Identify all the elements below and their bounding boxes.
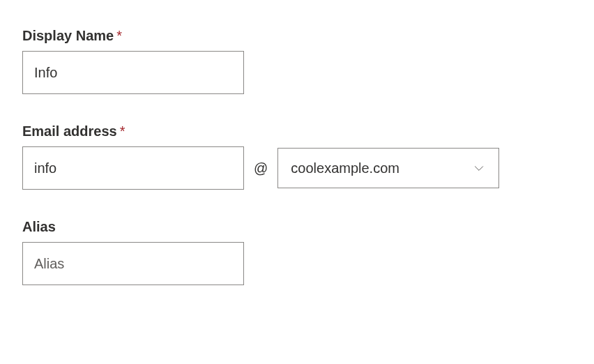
display-name-field-group: Display Name* <box>22 28 572 94</box>
display-name-input[interactable] <box>22 51 244 94</box>
email-localpart-input[interactable] <box>22 146 244 190</box>
email-input-row: @ coolexample.com <box>22 146 572 190</box>
email-address-label: Email address <box>22 123 117 139</box>
alias-field-group: Alias <box>22 219 572 285</box>
required-asterisk: * <box>116 28 122 43</box>
email-address-field-group: Email address* @ coolexample.com <box>22 123 572 190</box>
chevron-down-icon <box>472 161 486 175</box>
required-asterisk: * <box>120 123 125 139</box>
display-name-label-row: Display Name* <box>22 28 572 51</box>
at-symbol: @ <box>254 160 268 176</box>
email-domain-select[interactable]: coolexample.com <box>277 148 499 188</box>
alias-label: Alias <box>22 219 56 235</box>
alias-label-row: Alias <box>22 219 572 242</box>
email-domain-selected-text: coolexample.com <box>291 160 399 176</box>
alias-input[interactable] <box>22 242 244 285</box>
display-name-label: Display Name <box>22 28 114 44</box>
email-address-label-row: Email address* <box>22 123 572 146</box>
